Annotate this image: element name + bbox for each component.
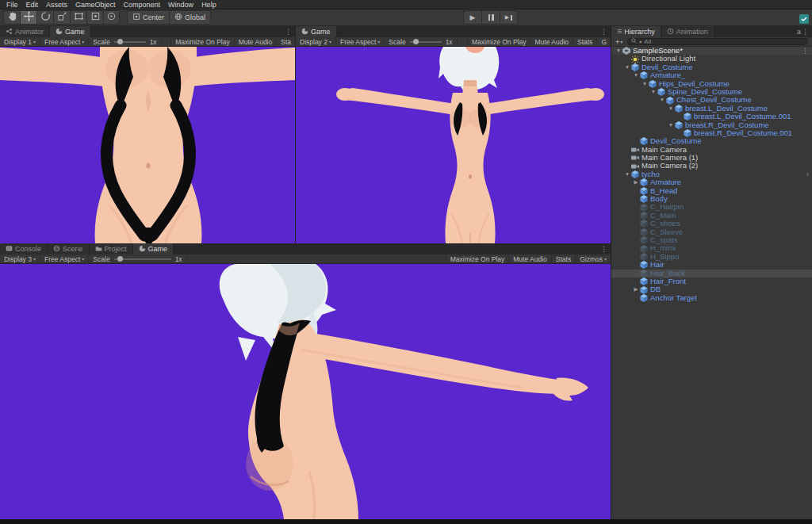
menu-component[interactable]: Component [120, 1, 165, 9]
scene-menu-icon[interactable]: ⋮ [802, 47, 809, 55]
rotate-tool-button[interactable] [36, 10, 53, 25]
hierarchy-row-hair[interactable]: Hair [611, 261, 812, 269]
custom-tool-button[interactable] [103, 10, 120, 25]
stats-button-2[interactable]: Stats [573, 37, 596, 46]
tab-game-1[interactable]: Game [50, 26, 91, 37]
mute-audio-button-1[interactable]: Mute Audio [234, 37, 277, 46]
tab-animator[interactable]: Animator [0, 26, 50, 37]
hierarchy-row-b-head[interactable]: B_Head [611, 187, 812, 195]
pause-button[interactable] [481, 10, 500, 25]
hand-tool-button[interactable] [3, 10, 20, 25]
pivot-toggle-button[interactable]: Center [127, 10, 169, 25]
display-dropdown-3[interactable]: Display 3▾ [0, 254, 40, 263]
display-dropdown-2[interactable]: Display 2▾ [296, 37, 336, 46]
mute-audio-button-3[interactable]: Mute Audio [508, 254, 551, 263]
transform-tool-button[interactable] [86, 10, 103, 25]
tab-hierarchy[interactable]: ☰ Hierarchy [611, 26, 661, 37]
collab-status-icon[interactable] [799, 13, 809, 22]
maximize-on-play-button-1[interactable]: Maximize On Play [170, 37, 234, 46]
scale-knob-2[interactable] [413, 39, 419, 44]
aspect-dropdown-2[interactable]: Free Aspect▾ [336, 37, 385, 46]
aspect-dropdown-1[interactable]: Free Aspect▾ [40, 37, 89, 46]
gizmos-button-2[interactable]: G [596, 37, 611, 46]
space-toggle-button[interactable]: Global [169, 10, 211, 25]
menu-assets[interactable]: Assets [42, 1, 71, 9]
scale-knob-3[interactable] [117, 256, 123, 262]
hierarchy-row-breast-r-devil-costume-001[interactable]: breast.R_Devil_Costume.001 [611, 129, 812, 137]
hierarchy-row-c-spats[interactable]: C_spats [611, 236, 812, 244]
expander-open-icon[interactable]: ▼ [641, 80, 649, 88]
game-viewport-3[interactable] [0, 264, 611, 519]
stats-button-1[interactable]: Sta [276, 37, 295, 46]
expander-open-icon[interactable]: ▼ [649, 88, 657, 96]
expander-open-icon[interactable]: ▼ [667, 105, 675, 113]
hierarchy-row-c-sleeve[interactable]: C_Sleeve [611, 228, 812, 236]
hierarchy-panel: ☰ Hierarchy Animation a ⋮ + ▾ ▾ All ▼Sam… [611, 26, 812, 519]
scale-slider-3[interactable] [114, 258, 171, 260]
menu-edit[interactable]: Edit [22, 1, 43, 9]
scale-tool-button[interactable] [53, 10, 70, 25]
console-icon [6, 245, 13, 254]
hierarchy-row-c-shoes[interactable]: C_shoes [611, 220, 812, 228]
display-dropdown-1[interactable]: Display 1▾ [0, 37, 40, 46]
menu-gameobject[interactable]: GameObject [71, 1, 120, 9]
stats-button-3[interactable]: Stats [551, 254, 575, 263]
hierarchy-row-c-main[interactable]: C_Main [611, 212, 812, 220]
create-object-button[interactable]: + ▾ [611, 37, 625, 46]
scale-slider-2[interactable] [410, 41, 442, 43]
hierarchy-row-h-sippo[interactable]: H_Sippo [611, 253, 812, 261]
tab-game-3[interactable]: Game [133, 243, 174, 254]
move-tool-button[interactable] [20, 10, 36, 25]
hierarchy-row-breast-l-devil-costume-001[interactable]: breast.L_Devil_Costume.001 [611, 113, 812, 120]
tab-project[interactable]: Project [90, 243, 133, 254]
expander-open-icon[interactable]: ▼ [632, 71, 640, 79]
tab-game-2[interactable]: Game [296, 26, 337, 37]
hierarchy-row-body[interactable]: Body [611, 195, 812, 203]
hierarchy-row-armature[interactable]: ▶Armature [611, 178, 812, 186]
scale-slider-1[interactable] [114, 41, 146, 43]
panel2-menu-icon[interactable]: ⋮ [600, 28, 607, 36]
play-button[interactable]: ▶ [463, 10, 481, 25]
game-viewport-2[interactable] [296, 47, 611, 243]
tab-console[interactable]: Console [0, 243, 48, 254]
expander-open-icon[interactable]: ▼ [658, 96, 666, 104]
hierarchy-row-armature-[interactable]: ▼Armature_ [611, 71, 812, 79]
game-icon [139, 245, 146, 254]
rect-tool-button[interactable] [70, 10, 86, 25]
expander-closed-icon[interactable]: ▶ [632, 285, 640, 293]
hierarchy-row-anchor-target[interactable]: Anchor Target [611, 294, 812, 302]
hierarchy-search-input[interactable]: ▾ All [627, 38, 808, 45]
hierarchy-row-c-hairpin[interactable]: C_Hairpin [611, 203, 812, 211]
panel3-menu-icon[interactable]: ⋮ [600, 245, 607, 253]
game-viewport-1[interactable] [0, 47, 295, 243]
hierarchy-row-h-mimi[interactable]: H_mimi [611, 244, 812, 252]
panel1-menu-icon[interactable]: ⋮ [285, 28, 292, 36]
gizmos-dropdown-3[interactable]: Gizmos▾ [575, 254, 611, 263]
search-filter-caret-icon[interactable]: ▾ [639, 39, 642, 44]
hierarchy-row-devil-costume[interactable]: ▼Devil_Costume [611, 63, 812, 71]
hierarchy-menu-icon[interactable]: ⋮ [802, 28, 809, 36]
aspect-dropdown-3[interactable]: Free Aspect▾ [40, 254, 89, 263]
expander-closed-icon[interactable]: ▶ [632, 178, 640, 186]
scale-knob-1[interactable] [117, 39, 123, 44]
expander-open-icon[interactable]: ▼ [667, 121, 675, 129]
prefab-open-icon[interactable]: › [806, 170, 809, 178]
globe-icon [174, 13, 182, 22]
step-button[interactable]: ▶ [500, 10, 518, 25]
menu-window[interactable]: Window [164, 1, 197, 9]
expander-open-icon[interactable]: ▼ [623, 63, 631, 71]
hierarchy-row-tycho[interactable]: ▼tycho› [611, 170, 812, 178]
expander-open-icon[interactable]: ▼ [615, 47, 622, 55]
tab-scene[interactable]: Scene [48, 243, 90, 254]
menu-file[interactable]: File [2, 1, 22, 9]
expander-open-icon[interactable]: ▼ [623, 170, 631, 178]
mute-audio-button-2[interactable]: Mute Audio [530, 37, 573, 46]
maximize-on-play-button-2[interactable]: Maximize On Play [467, 37, 530, 46]
hierarchy-row-hair-front[interactable]: Hair_Front [611, 277, 812, 285]
tab-animation[interactable]: Animation [661, 26, 714, 37]
hierarchy-row-db[interactable]: ▶DB [611, 285, 812, 293]
maximize-on-play-button-3[interactable]: Maximize On Play [446, 254, 509, 263]
menu-help[interactable]: Help [197, 1, 220, 9]
panel2-tabbar: Game ⋮ [296, 26, 611, 37]
hierarchy-row-hair-back[interactable]: Hair_Back [611, 270, 812, 277]
